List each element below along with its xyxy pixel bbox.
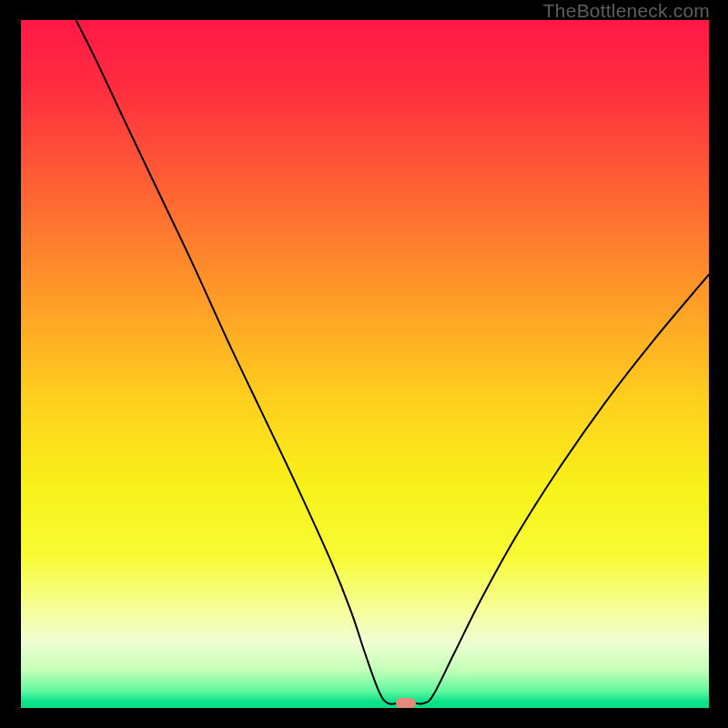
chart-area — [21, 20, 709, 708]
outer-frame: TheBottleneck.com — [0, 0, 728, 728]
optimum-marker — [396, 698, 416, 708]
chart-background-gradient — [21, 20, 709, 708]
svg-rect-0 — [21, 20, 709, 708]
watermark-text: TheBottleneck.com — [543, 0, 710, 22]
